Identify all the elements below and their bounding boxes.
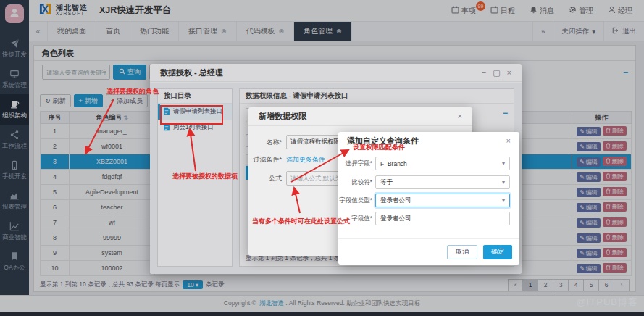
chevron-down-icon: ▾	[502, 160, 505, 167]
operator-row: 比较符* 等于 ▾	[338, 175, 510, 189]
field-select-value: F_Branch	[380, 160, 407, 167]
value-type-select[interactable]: 登录者公司 ▾	[375, 194, 510, 207]
field-value-input[interactable]	[375, 212, 510, 225]
value-type-select-value: 登录者公司	[380, 196, 411, 205]
app-window: 快捷开发 系统管理 组织架构 工作流程 手机开发 报表管理	[0, 0, 644, 316]
close-icon[interactable]: ×	[506, 137, 511, 145]
cancel-button[interactable]: 取消	[447, 245, 477, 259]
add-condition-footer: 取消 确定	[338, 238, 519, 265]
operator-label: 比较符*	[338, 178, 375, 187]
modal-title: 添加自定义查询条件	[347, 136, 419, 146]
chevron-down-icon: ▾	[502, 197, 505, 204]
add-condition-header: 添加自定义查询条件 ×	[338, 132, 519, 149]
select-field-row: 选择字段* F_Branch ▾	[338, 157, 510, 170]
field-value-row: 字段值*	[338, 212, 510, 225]
add-condition-modal: 添加自定义查询条件 × 选择字段* F_Branch ▾ 比较符* 等于 ▾ 字…	[338, 132, 519, 265]
modal-backdrop-3	[0, 0, 644, 316]
window-controls: ×	[506, 137, 511, 145]
select-field-label: 选择字段*	[338, 159, 375, 168]
value-type-row: 字段值类型* 登录者公司 ▾	[338, 194, 510, 207]
chevron-down-icon: ▾	[502, 179, 505, 186]
value-type-label: 字段值类型*	[338, 196, 375, 205]
field-select[interactable]: F_Branch ▾	[375, 157, 510, 170]
operator-select[interactable]: 等于 ▾	[375, 175, 510, 189]
operator-select-value: 等于	[380, 178, 393, 187]
field-value-label: 字段值*	[338, 215, 375, 223]
confirm-button[interactable]: 确定	[483, 245, 512, 259]
watermark: @ITPUB博客	[577, 296, 638, 309]
